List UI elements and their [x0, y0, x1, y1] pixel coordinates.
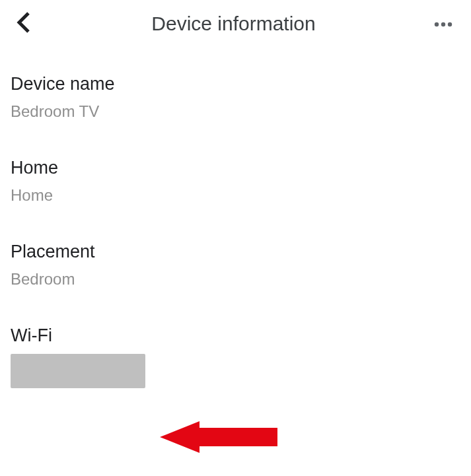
device-name-value: Bedroom TV	[11, 102, 460, 121]
chevron-left-icon	[17, 12, 31, 36]
device-name-label: Device name	[11, 74, 460, 94]
back-button[interactable]	[12, 12, 36, 36]
home-label: Home	[11, 158, 460, 178]
content: Device name Bedroom TV Home Home Placeme…	[0, 48, 471, 388]
svg-rect-4	[198, 428, 277, 446]
wifi-row[interactable]: Wi-Fi	[11, 325, 460, 388]
home-row[interactable]: Home Home	[11, 158, 460, 205]
header: Device information	[0, 0, 471, 48]
device-name-row[interactable]: Device name Bedroom TV	[11, 74, 460, 121]
annotation-arrow	[160, 419, 279, 458]
svg-point-0	[435, 22, 439, 26]
wifi-value-redacted	[11, 354, 145, 388]
arrow-left-icon	[160, 446, 279, 458]
placement-row[interactable]: Placement Bedroom	[11, 242, 460, 289]
more-horizontal-icon	[434, 18, 453, 30]
placement-value: Bedroom	[11, 270, 460, 289]
placement-label: Placement	[11, 242, 460, 262]
page-title: Device information	[36, 13, 431, 35]
svg-point-1	[441, 22, 445, 26]
wifi-label: Wi-Fi	[11, 325, 460, 346]
more-options-button[interactable]	[431, 12, 455, 36]
home-value: Home	[11, 186, 460, 205]
svg-marker-3	[160, 421, 199, 453]
svg-point-2	[448, 22, 452, 26]
